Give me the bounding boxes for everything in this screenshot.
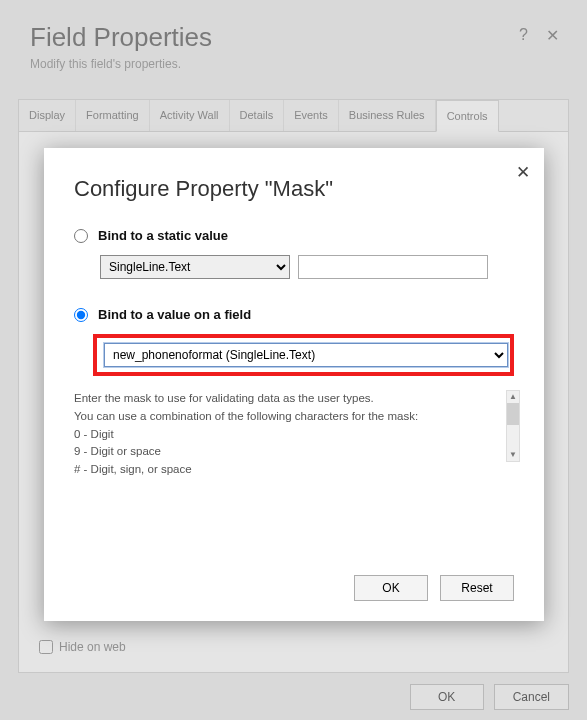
dialog-ok-button[interactable]: OK xyxy=(354,575,428,601)
description-scrollbar[interactable]: ▲ ▼ xyxy=(506,390,520,462)
static-type-select[interactable]: SingleLine.Text xyxy=(100,255,290,279)
static-value-input[interactable] xyxy=(298,255,488,279)
desc-line: # - Digit, sign, or space xyxy=(74,461,498,479)
scroll-thumb[interactable] xyxy=(507,403,519,425)
bind-static-label: Bind to a static value xyxy=(98,228,228,243)
configure-property-dialog: ✕ Configure Property "Mask" Bind to a st… xyxy=(44,148,544,621)
desc-line: You can use a combination of the followi… xyxy=(74,408,498,426)
mask-description: Enter the mask to use for validating dat… xyxy=(74,390,514,479)
scroll-down-icon[interactable]: ▼ xyxy=(507,449,519,461)
close-dialog-icon[interactable]: ✕ xyxy=(516,162,530,183)
dialog-reset-button[interactable]: Reset xyxy=(440,575,514,601)
bind-field-radio[interactable] xyxy=(74,308,88,322)
desc-line: Enter the mask to use for validating dat… xyxy=(74,390,498,408)
field-select-highlight: new_phonenoformat (SingleLine.Text) xyxy=(93,334,514,376)
bind-static-radio[interactable] xyxy=(74,229,88,243)
desc-line: 0 - Digit xyxy=(74,426,498,444)
bind-field-label: Bind to a value on a field xyxy=(98,307,251,322)
desc-line: 9 - Digit or space xyxy=(74,443,498,461)
dialog-title: Configure Property "Mask" xyxy=(74,176,514,202)
field-select[interactable]: new_phonenoformat (SingleLine.Text) xyxy=(104,343,508,367)
scroll-up-icon[interactable]: ▲ xyxy=(507,391,519,403)
